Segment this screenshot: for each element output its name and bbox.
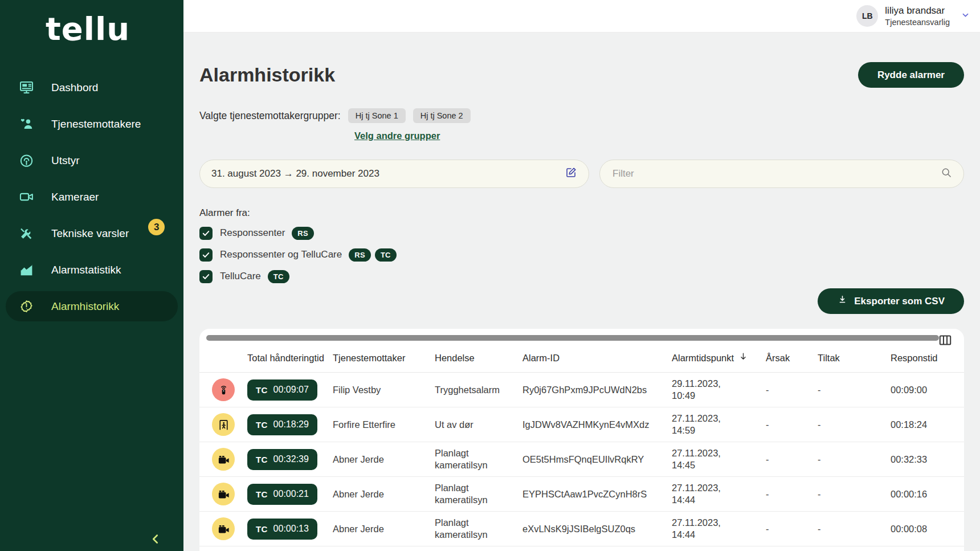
table-row[interactable]: TC 00:18:29 Forfire Etterfire Ut av dør … <box>199 407 964 442</box>
source-tag: TC <box>256 489 268 500</box>
export-csv-button[interactable]: Eksporter som CSV <box>818 288 964 314</box>
group-chip[interactable]: Hj tj Sone 2 <box>413 108 471 123</box>
user-menu-chevron-down-icon[interactable] <box>961 11 970 22</box>
col-alarm-id[interactable]: Alarm-ID <box>522 347 672 372</box>
cell-alarm-id: EYPHSCtAaw1PvcZCynH8rS <box>522 488 672 500</box>
sidebar: tellu Dashbord Tjenestemott <box>0 0 183 551</box>
export-csv-label: Eksporter som CSV <box>854 296 945 307</box>
sidebar-item-dashbord[interactable]: Dashbord <box>6 72 178 103</box>
cell-hendelse: Planlagt kameratilsyn <box>435 517 522 541</box>
sidebar-item-alarmhistorikk[interactable]: Alarmhistorikk <box>6 291 178 321</box>
col-total-handteringtid[interactable]: Total håndteringtid <box>247 347 333 372</box>
sidebar-nav: Dashbord Tjenestemottakere <box>0 72 183 321</box>
alarms-from-label: Alarmer fra: <box>199 207 964 219</box>
checkbox-responssenter-og-tellucare[interactable] <box>199 248 213 262</box>
rs-badge: RS <box>349 248 371 262</box>
col-tiltak[interactable]: Tiltak <box>818 347 891 372</box>
cell-responstid: 00:00:16 <box>891 488 964 500</box>
cell-tiltak: - <box>818 488 891 500</box>
user-info: liliya brandsar Tjenesteansvarlig <box>885 5 950 27</box>
handling-time: 00:32:39 <box>273 454 309 466</box>
table-body: TC 00:09:07 Filip Vestby Trygghetsalarm … <box>199 373 964 546</box>
tc-badge: TC <box>375 248 397 262</box>
cell-alarm-id: eXvLNsK9jJSIBelgSUZ0qs <box>522 523 672 535</box>
sidebar-item-alarmstatistikk[interactable]: Alarmstatistikk <box>6 255 178 285</box>
source-time-chip: TC 00:18:29 <box>247 414 317 435</box>
tools-icon <box>19 226 34 241</box>
user-role: Tjenesteansvarlig <box>885 17 950 27</box>
user-name: liliya brandsar <box>885 5 950 17</box>
cell-alarmtidspunkt: 27.11.2023, 14:45 <box>672 447 766 472</box>
column-settings-icon[interactable] <box>938 333 953 348</box>
sidebar-item-label: Alarmstatistikk <box>51 264 121 276</box>
cell-tiltak: - <box>818 454 891 466</box>
cell-arsak: - <box>766 454 818 466</box>
col-tjenestemottaker[interactable]: Tjenestemottaker <box>333 347 435 372</box>
checkbox-responssenter[interactable] <box>199 227 213 240</box>
source-time-chip: TC 00:09:07 <box>247 379 317 401</box>
alarm-history-icon <box>19 299 34 314</box>
source-label: Responssenter <box>220 227 285 239</box>
cell-responstid: 00:18:24 <box>891 419 964 431</box>
cell-responstid: 00:09:00 <box>891 384 964 396</box>
sidebar-item-label: Dashbord <box>51 81 98 94</box>
safety-alarm-icon <box>212 378 235 401</box>
cell-tiltak: - <box>818 523 891 535</box>
col-hendelse[interactable]: Hendelse <box>435 347 522 372</box>
col-arsak[interactable]: Årsak <box>766 347 818 372</box>
cell-arsak: - <box>766 384 818 396</box>
clear-alarms-button[interactable]: Rydde alarmer <box>858 62 964 88</box>
source-filter-responssenter: Responssenter RS <box>199 226 964 240</box>
sidebar-collapse-button[interactable] <box>148 532 163 546</box>
handling-time: 00:18:29 <box>273 419 309 431</box>
source-time-chip: TC 00:00:21 <box>247 484 317 505</box>
dashboard-icon <box>19 80 34 95</box>
col-responstid[interactable]: Responstid <box>891 347 964 372</box>
sensor-icon <box>19 153 34 168</box>
sidebar-item-kameraer[interactable]: Kameraer <box>6 182 178 212</box>
cell-responstid: 00:32:33 <box>891 454 964 466</box>
filter-input[interactable] <box>611 168 918 180</box>
sidebar-item-tjenestemottakere[interactable]: Tjenestemottakere <box>6 109 178 139</box>
date-range-field[interactable]: 31. august 2023 → 29. november 2023 <box>199 160 589 188</box>
rs-badge: RS <box>292 227 314 240</box>
group-chip[interactable]: Hj tj Sone 1 <box>348 108 406 123</box>
tc-badge: TC <box>268 270 289 283</box>
source-tag: TC <box>256 385 268 396</box>
cell-arsak: - <box>766 523 818 535</box>
cell-alarmtidspunkt: 27.11.2023, 14:44 <box>672 517 766 541</box>
col-alarmtidspunkt[interactable]: Alarmtidspunkt <box>672 347 766 372</box>
users-heart-icon <box>19 116 34 132</box>
avatar[interactable]: LB <box>856 5 878 27</box>
checkbox-tellucare[interactable] <box>199 270 213 283</box>
handling-time: 00:00:21 <box>273 488 309 500</box>
table-row[interactable]: TC 00:00:13 Abner Jerde Planlagt kamerat… <box>199 512 964 546</box>
sidebar-item-label: Alarmhistorikk <box>51 300 119 313</box>
cell-tjenestemottaker: Filip Vestby <box>333 384 435 396</box>
source-filter-responssenter-og-tellucare: Responssenter og TelluCare RS TC <box>199 247 964 262</box>
source-time-chip: TC 00:00:13 <box>247 519 317 540</box>
sidebar-item-tekniske-varsler[interactable]: Tekniske varsler 3 <box>6 218 178 248</box>
cell-hendelse: Planlagt kameratilsyn <box>435 482 522 507</box>
edit-icon[interactable] <box>565 166 577 181</box>
cell-alarm-id: Ry0j67GhPxm9JPcUWdN2bs <box>522 384 672 396</box>
video-camera-icon <box>212 517 235 540</box>
cell-hendelse: Planlagt kameratilsyn <box>435 447 522 472</box>
horizontal-scrollbar[interactable] <box>206 335 939 341</box>
col-alarmtidspunkt-label: Alarmtidspunkt <box>672 352 734 364</box>
table-row[interactable]: TC 00:32:39 Abner Jerde Planlagt kamerat… <box>199 442 964 477</box>
icon-column-header <box>199 353 247 366</box>
sidebar-item-utstyr[interactable]: Utstyr <box>6 145 178 175</box>
sidebar-item-label: Utstyr <box>51 154 80 167</box>
video-camera-icon <box>19 189 34 205</box>
source-time-chip: TC 00:32:39 <box>247 449 317 470</box>
table-row[interactable]: TC 00:09:07 Filip Vestby Trygghetsalarm … <box>199 373 964 407</box>
source-filter-tellucare: TelluCare TC <box>199 269 964 284</box>
choose-other-groups-link[interactable]: Velg andre grupper <box>354 130 440 141</box>
cell-alarmtidspunkt: 29.11.2023, 10:49 <box>672 378 766 402</box>
date-range-value: 31. august 2023 → 29. november 2023 <box>211 168 379 179</box>
cell-alarm-id: OE5t5HmsFQnqEUIlvRqkRY <box>522 454 672 466</box>
table-row[interactable]: TC 00:00:21 Abner Jerde Planlagt kamerat… <box>199 477 964 512</box>
topbar: LB liliya brandsar Tjenesteansvarlig <box>183 0 980 32</box>
search-icon <box>941 167 952 181</box>
